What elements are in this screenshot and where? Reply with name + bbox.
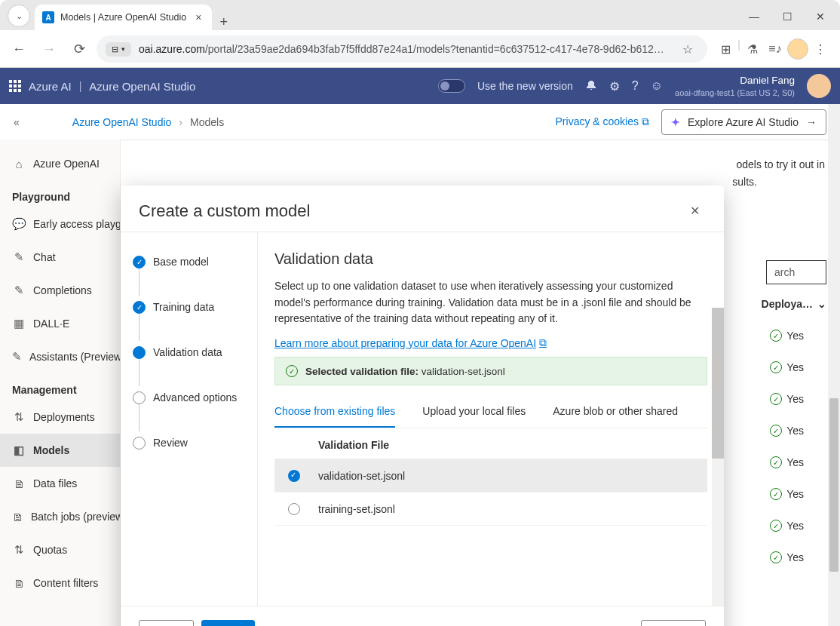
check-icon: ✓ [770, 551, 782, 563]
wizard-heading: Validation data [274, 250, 707, 268]
wizard-step-advanced-options[interactable]: Advanced options [133, 386, 257, 409]
external-link-icon: ⧉ [539, 336, 547, 349]
tab-title: Models | Azure OpenAI Studio [60, 12, 186, 23]
user-name: Daniel Fang [675, 74, 795, 87]
sidebar-item-chat[interactable]: ✎Chat [0, 241, 120, 274]
browser-chrome: ⌄ A Models | Azure OpenAI Studio × + — ☐… [0, 0, 840, 68]
extensions-icon[interactable]: ⊞ [715, 38, 736, 60]
explore-ai-studio-button[interactable]: ✦ Explore Azure AI Studio → [661, 109, 826, 135]
new-tab-button[interactable]: + [212, 14, 235, 30]
page-scrollbar[interactable] [828, 104, 840, 626]
brand-openai-studio[interactable]: Azure OpenAI Studio [89, 80, 195, 93]
sidebar: ⌂Azure OpenAI Playground 💬Early access p… [0, 140, 121, 626]
page-intro-fragment: odels to try it out in [736, 158, 825, 170]
file-row[interactable]: validation-set.jsonl [274, 459, 707, 493]
table-cell: ✓Yes [770, 488, 804, 500]
cancel-button[interactable]: Cancel [641, 620, 706, 627]
reload-icon[interactable]: ⟳ [66, 36, 92, 62]
tab-list-dropdown[interactable]: ⌄ [8, 5, 30, 27]
column-deployable[interactable]: Deploya… ⌄ [762, 298, 826, 310]
sidebar-item-early-access[interactable]: 💬Early access playground [0, 207, 120, 241]
file-row[interactable]: training-set.jsonl [274, 493, 707, 526]
sidebar-item-batch-jobs[interactable]: 🗎Batch jobs (preview) [0, 500, 120, 533]
tab-azure-blob[interactable]: Azure blob or other shared [553, 396, 678, 428]
scrollbar-thumb[interactable] [712, 308, 724, 459]
close-dialog-icon[interactable]: ✕ [684, 201, 706, 221]
sidebar-item-quotas[interactable]: ⇅Quotas [0, 533, 120, 566]
wizard-step-validation-data[interactable]: Validation data [133, 341, 257, 364]
close-tab-icon[interactable]: × [192, 11, 204, 23]
gear-icon[interactable]: ⚙ [609, 79, 620, 94]
table-cell: ✓Yes [770, 425, 804, 437]
sidebar-item-dalle[interactable]: ▦DALL·E [0, 307, 120, 340]
breadcrumb-row: « Azure OpenAI Studio › Models Privacy &… [0, 104, 840, 140]
brand-azure-ai[interactable]: Azure AI [29, 80, 72, 93]
completions-icon: ✎ [12, 284, 26, 297]
window-controls: — ☐ ✕ [740, 6, 834, 27]
ai-studio-icon: ✦ [671, 116, 680, 128]
breadcrumb-current: Models [190, 116, 224, 128]
radio-unselected-icon[interactable] [288, 503, 300, 515]
radio-selected-icon[interactable] [288, 470, 300, 482]
privacy-link[interactable]: Privacy & cookies ⧉ [556, 115, 649, 128]
next-button[interactable]: Next [201, 620, 255, 627]
selected-file-banner: ✓ Selected validation file: validation-s… [274, 357, 707, 385]
bookmark-icon[interactable]: ☆ [677, 38, 698, 60]
file-icon: 🗎 [12, 477, 26, 490]
labs-icon[interactable]: ⚗ [742, 38, 763, 60]
tab-existing-files[interactable]: Choose from existing files [274, 396, 395, 428]
wizard-step-review[interactable]: Review [133, 431, 257, 454]
browser-tab[interactable]: A Models | Azure OpenAI Studio × [35, 5, 212, 30]
assistant-icon: ✎ [12, 350, 22, 364]
address-row: ← → ⟳ ⊟▾ oai.azure.com/portal/23a59ae2da… [0, 30, 840, 68]
sidebar-item-deployments[interactable]: ⇅Deployments [0, 400, 120, 434]
chat-bubble-icon: 💬 [12, 217, 26, 231]
chat-icon: ✎ [12, 250, 26, 264]
reading-list-icon[interactable]: ≡♪ [765, 38, 786, 60]
close-window-icon[interactable]: ✕ [807, 6, 834, 27]
sidebar-item-models[interactable]: ◧Models [0, 434, 120, 467]
breadcrumb: « Azure OpenAI Studio › Models [14, 116, 224, 128]
minimize-icon[interactable]: — [740, 6, 768, 27]
site-info-chip[interactable]: ⊟▾ [106, 42, 131, 57]
content-scrollbar[interactable] [712, 308, 724, 606]
wizard-step-base-model[interactable]: ✓Base model [133, 250, 257, 273]
menu-icon[interactable]: ⋮ [810, 38, 831, 60]
collapse-sidebar-icon[interactable]: « [14, 116, 20, 128]
success-check-icon: ✓ [286, 365, 298, 377]
back-icon[interactable]: ← [6, 36, 32, 62]
help-icon[interactable]: ? [632, 79, 639, 93]
bell-icon[interactable]: 🔔︎ [585, 79, 597, 93]
back-button[interactable]: Back [139, 620, 194, 627]
sidebar-item-completions[interactable]: ✎Completions [0, 274, 120, 307]
profile-avatar-icon[interactable] [787, 38, 808, 60]
tab-strip: ⌄ A Models | Azure OpenAI Studio × + [0, 0, 840, 30]
sidebar-heading-playground: Playground [0, 180, 120, 207]
home-icon: ⌂ [12, 158, 26, 170]
user-avatar[interactable] [807, 74, 831, 98]
sidebar-item-home[interactable]: ⌂Azure OpenAI [0, 147, 120, 180]
quota-icon: ⇅ [12, 543, 26, 557]
check-icon: ✓ [770, 330, 782, 342]
table-cell: ✓Yes [770, 551, 804, 563]
chevron-down-icon: ⌄ [817, 298, 826, 310]
sidebar-item-assistants[interactable]: ✎Assistants (Preview) [0, 340, 120, 373]
waffle-icon[interactable] [9, 80, 21, 92]
models-search-input[interactable]: arch [766, 260, 826, 284]
breadcrumb-link[interactable]: Azure OpenAI Studio [72, 116, 172, 128]
create-custom-model-dialog: Create a custom model ✕ ✓Base model ✓Tra… [121, 186, 724, 626]
learn-more-link[interactable]: Learn more about preparing your data for… [274, 336, 547, 349]
address-bar[interactable]: ⊟▾ oai.azure.com/portal/23a59ae2da694b3f… [97, 35, 707, 63]
wizard-step-training-data[interactable]: ✓Training data [133, 296, 257, 318]
sidebar-item-data-files[interactable]: 🗎Data files [0, 467, 120, 500]
sidebar-item-content-filters[interactable]: 🗎Content filters [0, 566, 120, 600]
wizard-description: Select up to one validation dataset to u… [274, 278, 707, 327]
maximize-icon[interactable]: ☐ [774, 6, 801, 27]
file-source-tabs: Choose from existing files Upload your l… [274, 396, 707, 428]
table-cell: ✓Yes [770, 393, 804, 405]
tab-upload-files[interactable]: Upload your local files [422, 396, 526, 428]
version-toggle[interactable] [438, 79, 465, 93]
feedback-icon[interactable]: ☺ [651, 79, 663, 93]
user-block[interactable]: Daniel Fang aoai-dfang-test1 (East US 2,… [675, 74, 795, 98]
scrollbar-thumb[interactable] [829, 398, 838, 572]
